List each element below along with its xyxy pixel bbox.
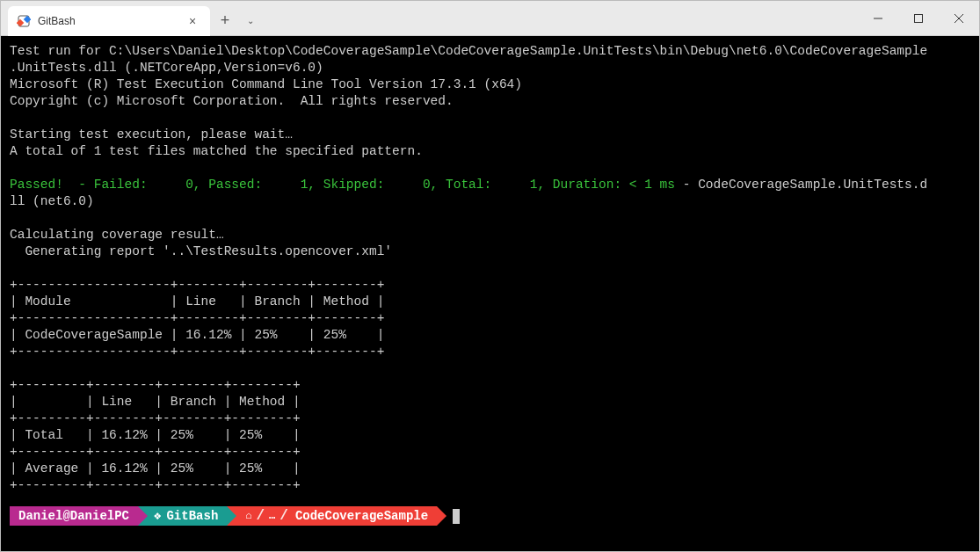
maximize-button[interactable]	[898, 1, 939, 36]
coverage-table-border: +--------------------+--------+--------+…	[10, 311, 384, 325]
summary-table-header: | | Line | Branch | Method |	[10, 395, 301, 409]
coverage-table-border: +--------------------+--------+--------+…	[10, 278, 384, 292]
svg-rect-1	[17, 19, 24, 26]
home-icon: ⌂	[245, 508, 251, 525]
tab-title: GitBash	[38, 15, 177, 27]
new-tab-button[interactable]: +	[210, 6, 240, 35]
terminal-window: GitBash × + ⌄ Test run for C:\Users\Dani…	[0, 0, 980, 552]
summary-table-row: | Total | 16.12% | 25% | 25% |	[10, 428, 301, 442]
prompt-line: Daniel@DanielPC❖GitBash⌂/…/CodeCoverageS…	[10, 506, 970, 526]
minimize-button[interactable]	[858, 1, 898, 36]
prompt-folder: CodeCoverageSample	[295, 508, 428, 525]
output-line: .UnitTests.dll (.NETCoreApp,Version=v6.0…	[10, 61, 323, 75]
coverage-table-row: | CodeCoverageSample | 16.12% | 25% | 25…	[10, 328, 384, 342]
output-line: Test run for C:\Users\Daniel\Desktop\Cod…	[10, 44, 927, 58]
prompt-shell: ❖GitBash	[138, 506, 227, 526]
summary-table-border: +---------+--------+--------+--------+	[10, 378, 301, 392]
titlebar: GitBash × + ⌄	[1, 1, 979, 36]
tab-dropdown-button[interactable]: ⌄	[240, 6, 261, 35]
cursor	[453, 509, 460, 524]
output-line: Generating report '..\TestResults.openco…	[10, 244, 392, 258]
diamond-icon: ❖	[154, 508, 161, 525]
summary-table-row: | Average | 16.12% | 25% | 25% |	[10, 461, 301, 476]
output-line: Copyright (c) Microsoft Corporation. All…	[10, 94, 454, 108]
gitbash-icon	[17, 14, 31, 28]
test-result-suffix: - CodeCoverageSample.UnitTests.d	[675, 178, 927, 192]
close-window-button[interactable]	[939, 1, 979, 36]
summary-table-border: +---------+--------+--------+--------+	[10, 445, 301, 459]
svg-rect-2	[24, 16, 31, 23]
summary-table-border: +---------+--------+--------+--------+	[10, 478, 301, 492]
path-separator: /	[256, 508, 265, 525]
coverage-table-border: +--------------------+--------+--------+…	[10, 345, 384, 359]
output-line: Microsoft (R) Test Execution Command Lin…	[10, 77, 522, 91]
output-line: A total of 1 test files matched the spec…	[10, 144, 423, 158]
terminal-output[interactable]: Test run for C:\Users\Daniel\Desktop\Cod…	[1, 36, 979, 551]
test-result-passed: Passed! - Failed: 0, Passed: 1, Skipped:…	[10, 178, 675, 192]
output-line: Starting test execution, please wait…	[10, 127, 293, 142]
svg-rect-4	[915, 15, 923, 23]
prompt-path: ⌂/…/CodeCoverageSample	[227, 506, 437, 526]
summary-table-border: +---------+--------+--------+--------+	[10, 411, 301, 425]
output-line: ll (net6.0)	[10, 194, 94, 208]
path-separator: /	[279, 508, 288, 525]
coverage-table-header: | Module | Line | Branch | Method |	[10, 294, 384, 309]
output-line: Calculating coverage result…	[10, 228, 224, 242]
tab-gitbash[interactable]: GitBash ×	[8, 6, 210, 36]
window-controls	[858, 1, 979, 36]
prompt-shell-name: GitBash	[166, 508, 218, 525]
prompt-user-host: Daniel@DanielPC	[10, 506, 138, 526]
path-ellipsis: …	[269, 508, 275, 525]
tab-close-icon[interactable]: ×	[184, 14, 201, 28]
